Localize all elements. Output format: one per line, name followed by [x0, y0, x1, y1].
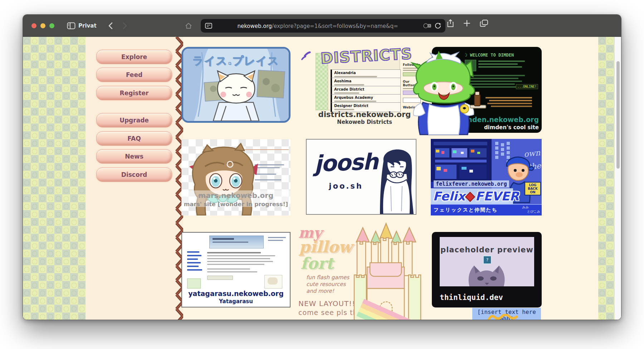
forward-icon[interactable] [122, 22, 127, 30]
felix-jp-banner: フェリックスと仲間たち [434, 207, 498, 213]
translate-icon[interactable] [423, 23, 432, 29]
joosh-logo-text: joosh [310, 149, 382, 177]
site-card-joosh[interactable]: joosh joo.sh [306, 139, 416, 215]
tab-overview-icon[interactable] [480, 19, 488, 27]
felix-pixel-url: felixfever.nekoweb.org [434, 180, 509, 188]
sidebar-icon [67, 22, 75, 29]
minimize-button[interactable] [40, 23, 45, 28]
sidebar-item-feed[interactable]: Feed [96, 68, 172, 82]
pillowfort-desc: fun flash games cute resources and more! [306, 274, 349, 295]
felix-log-back-on-button[interactable]: LOG BACK ON [525, 182, 541, 195]
site-card-yatagarasu[interactable]: yatagarasu.nekoweb.org Yatagarasu [181, 232, 291, 307]
yatagarasu-thumb-image [187, 278, 201, 289]
felix-logo-left: Felix [433, 189, 465, 203]
url-text[interactable]: nekoweb.org/explore?page=1&sort=follows&… [212, 23, 423, 29]
back-icon[interactable] [108, 22, 113, 30]
site-card-mars[interactable]: mars.nekoweb.org mars' site [wonder in p… [181, 139, 291, 215]
dimden-caption-title: dimden's cool site [484, 124, 539, 131]
district-name: Arquebus Academy [334, 96, 399, 100]
thinliquid-cat-photo [463, 263, 510, 286]
cutoff-doodle-art [487, 314, 519, 320]
felix-logo-right: FEVER [475, 189, 519, 203]
district-name: Aoshima [334, 79, 399, 83]
sidebar-item-upgrade[interactable]: Upgrade [96, 113, 172, 127]
yatagarasu-caption-url[interactable]: yatagarasu.nekoweb.org [182, 290, 290, 297]
sidebar-item-news[interactable]: News [96, 149, 172, 164]
dimden-online-badge: ...ONLINE! [516, 84, 538, 89]
dimden-maid-character-art [401, 49, 491, 140]
toolbar-actions [447, 19, 488, 28]
mars-caption-title: mars' site [wonder in progress!] [181, 201, 291, 208]
felix-corner-word-2: とびこみ [527, 209, 540, 214]
site-card-pillowfort[interactable]: my pillow fort fun flash games cute reso… [298, 224, 422, 320]
zoom-button[interactable] [49, 23, 54, 28]
url-path: /explore?page=1&sort=follows&by=name&q= [272, 23, 398, 29]
home-icon[interactable] [185, 22, 192, 29]
joosh-subtitle: joo.sh [310, 182, 382, 190]
site-sidebar: Explore Feed Register Upgrade FAQ News D… [86, 37, 185, 320]
browser-window: Privat nekoweb.org/explore?page=1&sort=f… [23, 14, 621, 320]
pillowfort-announce-1: NEW LAYOUT!! [298, 299, 355, 308]
site-card-felixfever[interactable]: own the felixfever.nekoweb.org FelixFEVE… [431, 139, 542, 215]
pillowfort-word-pillow: pillow [299, 238, 352, 256]
thinliquid-screen: placeholder preview ? [440, 237, 534, 286]
felix-logo: FelixFEVER [433, 189, 519, 203]
browser-toolbar: Privat nekoweb.org/explore?page=1&sort=f… [23, 15, 621, 37]
pillowfort-castle-art [348, 220, 424, 320]
sidebar-label: Upgrade [119, 117, 149, 124]
sidebar-item-discord[interactable]: Discord [96, 168, 172, 182]
joosh-girl-art [376, 140, 416, 214]
mars-caption-url[interactable]: mars.nekoweb.org [181, 191, 291, 200]
sidebar-label: Register [120, 89, 149, 97]
sidebar-item-explore[interactable]: Explore [96, 50, 172, 64]
sidebar-label: FAQ [127, 135, 141, 142]
share-icon[interactable] [447, 19, 454, 28]
site-card-rice-place[interactable]: ライス.プレイス [181, 47, 291, 123]
sidebar-label: News [125, 153, 143, 160]
pillowfort-desc-line: cute resources [306, 281, 349, 288]
pillowfort-desc-line: and more! [306, 288, 349, 295]
district-name: Arcade District [334, 87, 399, 91]
sidebar-item-register[interactable]: Register [96, 86, 172, 100]
address-bar[interactable]: nekoweb.org/explore?page=1&sort=follows&… [201, 19, 445, 33]
window-tab-label: Privat [78, 23, 97, 29]
scrollbar-track[interactable] [614, 37, 621, 320]
site-card-thinliquid[interactable]: placeholder preview ? thinliquid.dev [432, 232, 542, 307]
reload-icon[interactable] [435, 23, 441, 29]
felix-diamond-icon [465, 192, 475, 202]
yatagarasu-banner [209, 236, 264, 248]
pillowfort-word-fort: fort [301, 254, 333, 272]
rice-place-logo-text: ライス.プレイス [183, 54, 289, 68]
scrollbar-thumb[interactable] [616, 61, 620, 169]
sidebar-label: Explore [121, 53, 147, 60]
district-name: Designer District [334, 104, 399, 108]
traffic-lights [31, 23, 58, 28]
left-background-pattern [23, 37, 86, 320]
sidebar-label: Feed [126, 71, 142, 78]
url-host: nekoweb.org [237, 23, 272, 29]
new-tab-icon[interactable] [463, 20, 470, 27]
sidebar-label: Discord [121, 171, 147, 178]
yatagarasu-caption-title: Yatagarasu [182, 298, 290, 305]
sidebar-item-faq[interactable]: FAQ [96, 131, 172, 146]
pillowfort-desc-line: fun flash games [306, 274, 349, 281]
felix-pixel-noise [431, 139, 492, 182]
close-button[interactable] [31, 23, 36, 28]
right-background-pattern [598, 37, 615, 320]
reader-view-icon[interactable] [205, 23, 212, 29]
district-name: Alexandria [334, 71, 399, 75]
thinliquid-placeholder-text: placeholder preview [440, 246, 534, 254]
yatagarasu-mascot-box [264, 275, 282, 289]
sidebar-toggle[interactable]: Privat [67, 22, 97, 29]
thinliquid-caption-url[interactable]: thinliquid.dev [440, 293, 503, 302]
